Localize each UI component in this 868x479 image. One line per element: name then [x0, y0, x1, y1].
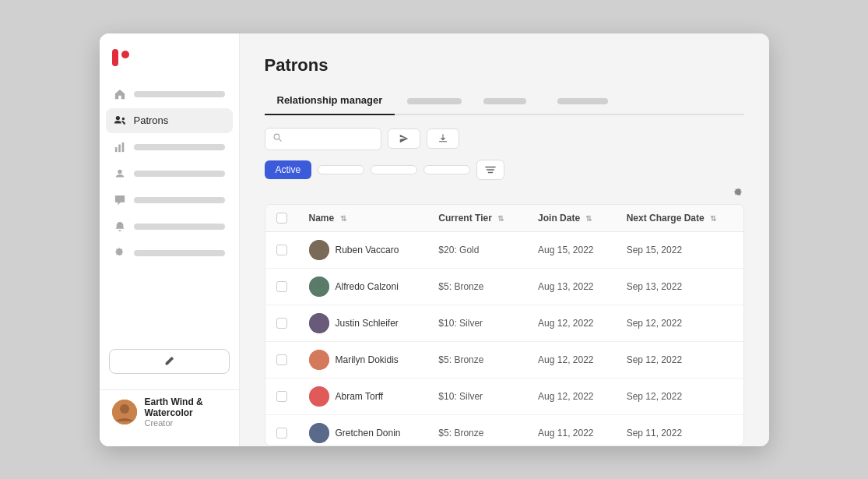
row-checkbox[interactable] — [276, 428, 287, 438]
patron-avatar — [309, 276, 329, 297]
patron-join-date-cell: Aug 11, 2022 — [527, 414, 616, 446]
table-row: Gretchen Donin $5: BronzeAug 11, 2022Sep… — [265, 414, 743, 446]
tab-placeholder-3 — [483, 98, 526, 104]
tab-placeholder-4 — [557, 98, 608, 104]
patron-join-date-cell: Aug 12, 2022 — [527, 341, 616, 378]
sidebar-compose-section — [109, 349, 230, 374]
sidebar-item-home[interactable] — [106, 82, 233, 107]
export-button[interactable] — [427, 129, 459, 149]
sidebar-user: Earth Wind & Watercolor Creator — [100, 389, 239, 434]
notifications-icon — [114, 220, 126, 233]
patron-join-date-cell: Aug 13, 2022 — [527, 268, 616, 305]
sidebar-item-analytics[interactable] — [106, 135, 233, 160]
table-header-row: Name ⇅ Current Tier ⇅ Join Date ⇅ Next — [265, 205, 743, 232]
tab-placeholder-2 — [407, 98, 462, 104]
patron-join-date-cell: Aug 12, 2022 — [527, 305, 616, 341]
svg-point-13 — [315, 317, 323, 325]
send-button[interactable] — [388, 129, 420, 149]
svg-rect-0 — [114, 147, 117, 152]
svg-point-3 — [118, 169, 121, 173]
filter-chip-1[interactable] — [318, 165, 364, 174]
next-charge-sort-icon: ⇅ — [710, 214, 716, 223]
patron-name: Gretchen Donin — [336, 428, 401, 438]
patron-name-cell[interactable]: Marilyn Dokidis — [298, 341, 428, 378]
user-info: Earth Wind & Watercolor Creator — [145, 396, 227, 428]
patron-tier-cell: $10: Silver — [427, 305, 527, 341]
svg-point-5 — [120, 404, 129, 414]
filter-settings-button[interactable] — [476, 160, 504, 180]
col-name[interactable]: Name ⇅ — [298, 205, 428, 232]
messages-icon — [114, 194, 126, 206]
svg-point-6 — [274, 134, 279, 139]
filter-active-button[interactable]: Active — [265, 160, 312, 179]
filter-chip-2[interactable] — [371, 165, 417, 174]
app-window: Patrons — [100, 33, 769, 446]
patron-next-charge-cell: Sep 13, 2022 — [616, 268, 743, 305]
patrons-table: Name ⇅ Current Tier ⇅ Join Date ⇅ Next — [265, 205, 743, 446]
name-sort-icon: ⇅ — [340, 214, 346, 223]
patron-next-charge-cell: Sep 12, 2022 — [616, 305, 743, 341]
sidebar-item-community[interactable] — [106, 161, 233, 186]
user-name: Earth Wind & Watercolor — [145, 396, 227, 418]
sidebar-item-patrons-label: Patrons — [134, 114, 169, 126]
patron-name-cell[interactable]: Justin Schleifer — [298, 305, 428, 341]
patron-tier-cell: $5: Bronze — [427, 268, 527, 305]
patron-join-date-cell: Aug 12, 2022 — [527, 378, 616, 414]
row-checkbox[interactable] — [276, 318, 287, 329]
sidebar: Patrons — [100, 33, 240, 446]
compose-button[interactable] — [109, 349, 230, 374]
page-title: Patrons — [265, 55, 744, 76]
table-settings-row — [240, 188, 769, 204]
sidebar-item-messages[interactable] — [106, 188, 233, 213]
patron-name: Justin Schleifer — [336, 318, 399, 329]
patrons-table-wrap: Name ⇅ Current Tier ⇅ Join Date ⇅ Next — [265, 204, 744, 446]
table-settings-button[interactable] — [733, 188, 744, 201]
col-select — [265, 205, 298, 232]
svg-line-7 — [279, 139, 281, 141]
patron-name-cell[interactable]: Gretchen Donin — [298, 414, 428, 446]
table-row: Ruben Vaccaro $20: GoldAug 15, 2022Sep 1… — [265, 231, 743, 268]
patron-avatar — [309, 240, 329, 260]
tier-sort-icon: ⇅ — [497, 214, 504, 223]
patron-name-cell[interactable]: Abram Torff — [298, 378, 428, 414]
col-tier[interactable]: Current Tier ⇅ — [427, 205, 527, 232]
patron-tier-cell: $5: Bronze — [427, 341, 527, 378]
patron-name-cell[interactable]: Ruben Vaccaro — [298, 231, 428, 268]
svg-point-19 — [315, 427, 323, 435]
select-all-checkbox[interactable] — [276, 213, 287, 224]
patron-next-charge-cell: Sep 15, 2022 — [616, 231, 743, 268]
row-checkbox[interactable] — [276, 245, 287, 255]
row-checkbox[interactable] — [276, 391, 287, 402]
row-checkbox[interactable] — [276, 281, 287, 292]
patron-tier-cell: $5: Bronze — [427, 414, 527, 446]
svg-point-15 — [315, 354, 323, 361]
patron-next-charge-cell: Sep 12, 2022 — [616, 378, 743, 414]
avatar — [112, 400, 137, 424]
tabs-bar: Relationship manager — [265, 88, 744, 115]
home-icon — [114, 88, 126, 100]
sidebar-logo — [100, 49, 239, 82]
table-row: Abram Torff $10: SilverAug 12, 2022Sep 1… — [265, 378, 743, 414]
patron-name: Ruben Vaccaro — [336, 245, 399, 255]
search-box[interactable] — [265, 128, 381, 150]
search-icon — [273, 133, 283, 145]
table-row: Alfredo Calzoni $5: BronzeAug 13, 2022Se… — [265, 268, 743, 305]
tab-relationship-manager[interactable]: Relationship manager — [265, 88, 395, 115]
col-next-charge[interactable]: Next Charge Date ⇅ — [616, 205, 743, 232]
patron-avatar — [309, 313, 329, 333]
filter-chip-3[interactable] — [423, 165, 470, 174]
patron-avatar — [309, 423, 329, 443]
col-join-date[interactable]: Join Date ⇅ — [527, 205, 616, 232]
patron-name: Marilyn Dokidis — [336, 354, 399, 365]
toolbar — [265, 128, 744, 150]
table-row: Justin Schleifer $10: SilverAug 12, 2022… — [265, 305, 743, 341]
patron-name: Abram Torff — [336, 391, 384, 402]
search-input[interactable] — [287, 133, 373, 144]
svg-point-11 — [315, 280, 323, 288]
sidebar-item-notifications[interactable] — [106, 214, 233, 239]
patron-name-cell[interactable]: Alfredo Calzoni — [298, 268, 428, 305]
sidebar-item-patrons[interactable]: Patrons — [106, 108, 233, 133]
join-date-sort-icon: ⇅ — [585, 214, 592, 223]
row-checkbox[interactable] — [276, 354, 287, 365]
sidebar-item-settings[interactable] — [106, 241, 233, 266]
